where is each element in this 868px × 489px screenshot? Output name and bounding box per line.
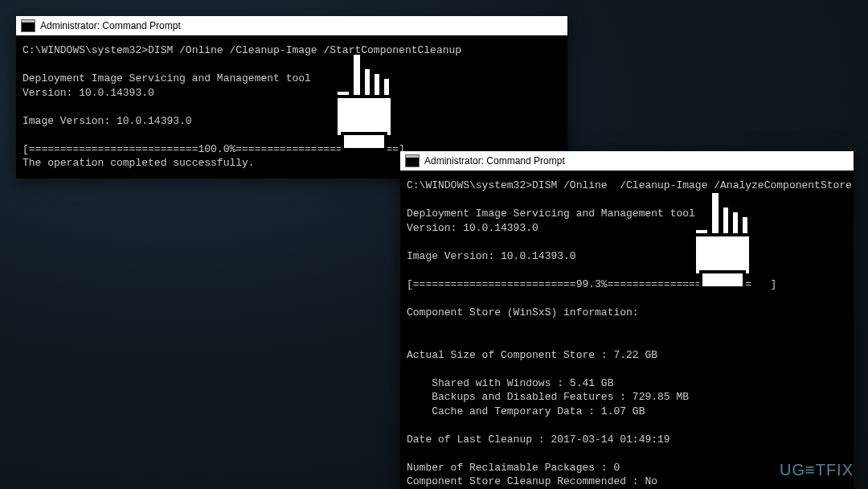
terminal-line: Date of Last Cleanup : 2017-03-14 01:49:… <box>407 433 847 447</box>
watermark-logo: UG≡TFIX <box>780 461 854 479</box>
terminal-line <box>23 128 561 142</box>
terminal-line: Backups and Disabled Features : 729.85 M… <box>407 390 847 405</box>
terminal-line: C:\WINDOWS\system32>DISM /Online /Cleanu… <box>407 179 847 193</box>
cmd-icon <box>21 19 35 32</box>
window-title: Administrator: Command Prompt <box>40 20 181 31</box>
titlebar[interactable]: Administrator: Command Prompt <box>400 151 854 171</box>
terminal-line <box>407 418 847 433</box>
terminal-line: Version: 10.0.14393.0 <box>407 221 847 236</box>
terminal-line: Actual Size of Component Store : 7.22 GB <box>407 348 847 363</box>
terminal-line <box>407 334 847 348</box>
terminal-line <box>23 58 561 72</box>
terminal-line: [==========================99.3%========… <box>407 277 847 292</box>
cmd-icon <box>405 154 420 167</box>
terminal-line: Component Store (WinSxS) information: <box>407 306 847 320</box>
terminal-line: Deployment Image Servicing and Managemen… <box>407 207 847 221</box>
terminal-line: Image Version: 10.0.14393.0 <box>23 114 561 129</box>
window-title: Administrator: Command Prompt <box>424 155 565 166</box>
titlebar[interactable]: Administrator: Command Prompt <box>16 16 567 35</box>
terminal-line <box>23 100 561 114</box>
terminal-line <box>407 291 847 306</box>
terminal-line: C:\WINDOWS\system32>DISM /Online /Cleanu… <box>23 43 561 58</box>
terminal-line: Cache and Temporary Data : 1.07 GB <box>407 405 847 419</box>
terminal-line <box>407 263 847 277</box>
terminal-output[interactable]: C:\WINDOWS\system32>DISM /Online /Cleanu… <box>400 171 854 489</box>
terminal-line <box>407 235 847 249</box>
terminal-line: Deployment Image Servicing and Managemen… <box>23 72 561 86</box>
terminal-line <box>407 193 847 208</box>
terminal-line: Version: 10.0.14393.0 <box>23 86 561 101</box>
terminal-line <box>407 446 847 461</box>
terminal-line <box>407 319 847 334</box>
command-prompt-window-2[interactable]: Administrator: Command Prompt C:\WINDOWS… <box>400 151 854 489</box>
terminal-line: Shared with Windows : 5.41 GB <box>407 376 847 391</box>
terminal-line: Image Version: 10.0.14393.0 <box>407 249 847 264</box>
terminal-line <box>407 362 847 376</box>
